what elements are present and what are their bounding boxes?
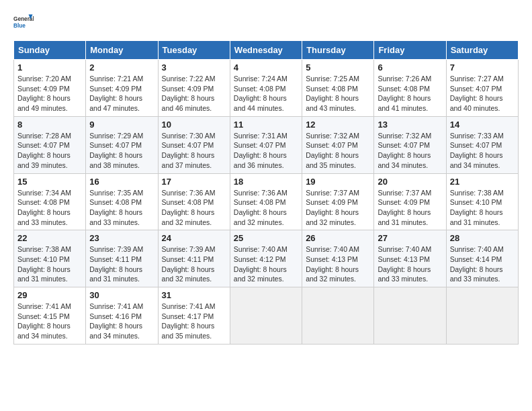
calendar-cell (230, 287, 302, 345)
day-info: Sunrise: 7:39 AMSunset: 4:11 PMDaylight:… (162, 244, 226, 284)
day-number: 14 (450, 120, 515, 130)
day-info: Sunrise: 7:40 AMSunset: 4:14 PMDaylight:… (450, 244, 515, 284)
calendar-cell: 20Sunrise: 7:37 AMSunset: 4:09 PMDayligh… (374, 173, 446, 230)
calendar-cell: 2Sunrise: 7:21 AMSunset: 4:09 PMDaylight… (86, 60, 158, 117)
day-number: 15 (17, 177, 82, 187)
calendar-body: 1Sunrise: 7:20 AMSunset: 4:09 PMDaylight… (14, 60, 519, 345)
day-number: 21 (450, 177, 515, 187)
day-info: Sunrise: 7:41 AMSunset: 4:17 PMDaylight:… (162, 302, 226, 341)
calendar-cell (302, 287, 374, 345)
day-number: 6 (378, 62, 442, 73)
calendar-cell: 4Sunrise: 7:24 AMSunset: 4:08 PMDaylight… (230, 60, 302, 117)
day-info: Sunrise: 7:34 AMSunset: 4:08 PMDaylight:… (17, 188, 82, 228)
day-info: Sunrise: 7:38 AMSunset: 4:10 PMDaylight:… (450, 188, 515, 228)
calendar-cell: 26Sunrise: 7:40 AMSunset: 4:13 PMDayligh… (302, 230, 374, 287)
calendar-cell: 17Sunrise: 7:36 AMSunset: 4:08 PMDayligh… (158, 173, 230, 230)
calendar-cell: 16Sunrise: 7:35 AMSunset: 4:08 PMDayligh… (86, 173, 158, 230)
calendar-cell (374, 287, 446, 345)
calendar-cell: 25Sunrise: 7:40 AMSunset: 4:12 PMDayligh… (230, 230, 302, 287)
day-number: 23 (89, 233, 154, 243)
day-number: 12 (306, 120, 370, 130)
day-info: Sunrise: 7:40 AMSunset: 4:13 PMDaylight:… (306, 244, 370, 284)
day-info: Sunrise: 7:33 AMSunset: 4:07 PMDaylight:… (450, 131, 515, 171)
calendar-table: SundayMondayTuesdayWednesdayThursdayFrid… (13, 40, 519, 345)
calendar-cell: 6Sunrise: 7:26 AMSunset: 4:08 PMDaylight… (374, 60, 446, 117)
svg-text:Blue: Blue (13, 23, 26, 29)
day-number: 28 (450, 233, 515, 243)
day-info: Sunrise: 7:31 AMSunset: 4:07 PMDaylight:… (234, 131, 298, 171)
day-info: Sunrise: 7:32 AMSunset: 4:07 PMDaylight:… (378, 131, 442, 171)
calendar-week-row: 1Sunrise: 7:20 AMSunset: 4:09 PMDaylight… (14, 60, 519, 117)
calendar-cell: 13Sunrise: 7:32 AMSunset: 4:07 PMDayligh… (374, 116, 446, 173)
calendar-cell: 1Sunrise: 7:20 AMSunset: 4:09 PMDaylight… (14, 60, 86, 117)
calendar-week-row: 29Sunrise: 7:41 AMSunset: 4:15 PMDayligh… (14, 287, 519, 345)
day-info: Sunrise: 7:38 AMSunset: 4:10 PMDaylight:… (17, 244, 82, 284)
calendar-cell: 5Sunrise: 7:25 AMSunset: 4:08 PMDaylight… (302, 60, 374, 117)
day-number: 3 (162, 62, 226, 73)
day-info: Sunrise: 7:36 AMSunset: 4:08 PMDaylight:… (234, 188, 298, 228)
calendar-cell: 11Sunrise: 7:31 AMSunset: 4:07 PMDayligh… (230, 116, 302, 173)
day-info: Sunrise: 7:37 AMSunset: 4:09 PMDaylight:… (306, 188, 370, 228)
calendar-cell: 9Sunrise: 7:29 AMSunset: 4:07 PMDaylight… (86, 116, 158, 173)
day-info: Sunrise: 7:22 AMSunset: 4:09 PMDaylight:… (162, 74, 226, 113)
calendar-week-row: 15Sunrise: 7:34 AMSunset: 4:08 PMDayligh… (14, 173, 519, 230)
page-header: General Blue (13, 13, 519, 34)
day-number: 1 (17, 62, 82, 73)
calendar-cell: 12Sunrise: 7:32 AMSunset: 4:07 PMDayligh… (302, 116, 374, 173)
day-info: Sunrise: 7:41 AMSunset: 4:15 PMDaylight:… (17, 302, 82, 341)
day-info: Sunrise: 7:32 AMSunset: 4:07 PMDaylight:… (306, 131, 370, 171)
day-info: Sunrise: 7:40 AMSunset: 4:12 PMDaylight:… (234, 244, 298, 284)
day-info: Sunrise: 7:39 AMSunset: 4:11 PMDaylight:… (89, 244, 154, 284)
calendar-cell: 21Sunrise: 7:38 AMSunset: 4:10 PMDayligh… (446, 173, 518, 230)
day-number: 4 (234, 62, 298, 73)
day-number: 5 (306, 62, 370, 73)
day-number: 22 (17, 233, 82, 243)
calendar-cell: 7Sunrise: 7:27 AMSunset: 4:07 PMDaylight… (446, 60, 518, 117)
day-number: 8 (17, 120, 82, 130)
day-number: 20 (378, 177, 442, 187)
day-number: 13 (378, 120, 442, 130)
day-info: Sunrise: 7:27 AMSunset: 4:07 PMDaylight:… (450, 74, 515, 113)
day-number: 25 (234, 233, 298, 243)
calendar-cell: 28Sunrise: 7:40 AMSunset: 4:14 PMDayligh… (446, 230, 518, 287)
day-info: Sunrise: 7:40 AMSunset: 4:13 PMDaylight:… (378, 244, 442, 284)
day-number: 10 (162, 120, 226, 130)
calendar-cell: 10Sunrise: 7:30 AMSunset: 4:07 PMDayligh… (158, 116, 230, 173)
calendar-header-row: SundayMondayTuesdayWednesdayThursdayFrid… (14, 41, 519, 60)
weekday-header: Saturday (446, 41, 518, 60)
day-number: 16 (89, 177, 154, 187)
day-number: 24 (162, 233, 226, 243)
weekday-header: Friday (374, 41, 446, 60)
weekday-header: Monday (86, 41, 158, 60)
day-info: Sunrise: 7:21 AMSunset: 4:09 PMDaylight:… (89, 74, 154, 113)
day-info: Sunrise: 7:28 AMSunset: 4:07 PMDaylight:… (17, 131, 82, 171)
day-info: Sunrise: 7:41 AMSunset: 4:16 PMDaylight:… (89, 302, 154, 341)
calendar-cell: 29Sunrise: 7:41 AMSunset: 4:15 PMDayligh… (14, 287, 86, 345)
day-info: Sunrise: 7:35 AMSunset: 4:08 PMDaylight:… (89, 188, 154, 228)
weekday-header: Thursday (302, 41, 374, 60)
weekday-header: Sunday (14, 41, 86, 60)
calendar-week-row: 22Sunrise: 7:38 AMSunset: 4:10 PMDayligh… (14, 230, 519, 287)
calendar-cell: 23Sunrise: 7:39 AMSunset: 4:11 PMDayligh… (86, 230, 158, 287)
day-number: 2 (89, 62, 154, 73)
day-info: Sunrise: 7:26 AMSunset: 4:08 PMDaylight:… (378, 74, 442, 113)
day-number: 7 (450, 62, 515, 73)
day-info: Sunrise: 7:37 AMSunset: 4:09 PMDaylight:… (378, 188, 442, 228)
day-number: 29 (17, 290, 82, 300)
logo: General Blue (13, 13, 34, 34)
calendar-cell: 3Sunrise: 7:22 AMSunset: 4:09 PMDaylight… (158, 60, 230, 117)
day-info: Sunrise: 7:36 AMSunset: 4:08 PMDaylight:… (162, 188, 226, 228)
calendar-cell: 27Sunrise: 7:40 AMSunset: 4:13 PMDayligh… (374, 230, 446, 287)
day-number: 30 (89, 290, 154, 300)
calendar-cell: 30Sunrise: 7:41 AMSunset: 4:16 PMDayligh… (86, 287, 158, 345)
weekday-header: Wednesday (230, 41, 302, 60)
calendar-cell: 8Sunrise: 7:28 AMSunset: 4:07 PMDaylight… (14, 116, 86, 173)
day-number: 18 (234, 177, 298, 187)
day-number: 17 (162, 177, 226, 187)
calendar-cell: 15Sunrise: 7:34 AMSunset: 4:08 PMDayligh… (14, 173, 86, 230)
day-info: Sunrise: 7:20 AMSunset: 4:09 PMDaylight:… (17, 74, 82, 113)
day-info: Sunrise: 7:30 AMSunset: 4:07 PMDaylight:… (162, 131, 226, 171)
calendar-cell: 19Sunrise: 7:37 AMSunset: 4:09 PMDayligh… (302, 173, 374, 230)
weekday-header: Tuesday (158, 41, 230, 60)
calendar-cell: 14Sunrise: 7:33 AMSunset: 4:07 PMDayligh… (446, 116, 518, 173)
